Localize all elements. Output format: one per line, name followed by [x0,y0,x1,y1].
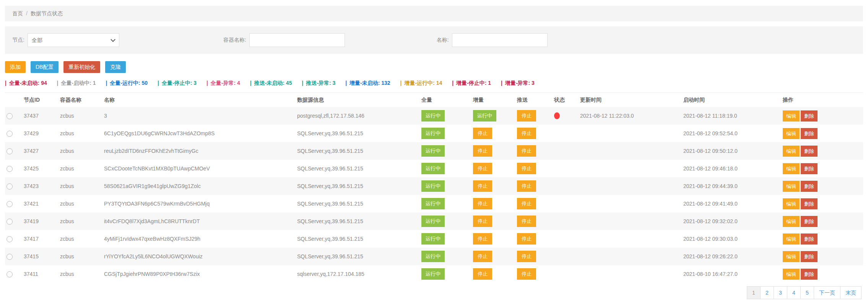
cell-node-id: 37419 [22,212,59,230]
row-radio[interactable] [7,254,13,260]
delete-button[interactable]: 删除 [801,269,818,280]
container-name-input[interactable] [249,33,345,47]
cell-name: 4yMiFj1rvIdwx47qxeBwHz8QXFmSJ29h [102,230,296,248]
edit-button[interactable]: 编辑 [783,146,800,157]
cell-status-dot [553,177,579,195]
status-summary: |全量-未启动: 94 |全量-启动中: 1 |全量-运行中: 50 |全量-停… [5,80,863,93]
cell-name: 3 [102,107,296,125]
row-radio[interactable] [7,219,13,225]
edit-button[interactable]: 编辑 [783,269,800,280]
row-radio[interactable] [7,271,13,277]
row-radio[interactable] [7,183,13,190]
edit-button[interactable]: 编辑 [783,110,800,122]
toolbar-button[interactable]: DB配置 [31,61,59,73]
cell-update-time [579,212,682,230]
delete-button[interactable]: 删除 [801,163,818,174]
edit-button[interactable]: 编辑 [783,233,800,245]
cell-datasource-info: SQLServer,yq,39.96.51.215 [296,195,420,212]
cell-actions: 编辑删除 [781,160,863,177]
push-status-badge: 停止 [517,216,536,227]
edit-button[interactable]: 编辑 [783,216,800,227]
increment-status-badge: 停止 [473,163,492,174]
delete-button[interactable]: 删除 [801,216,818,227]
cell-radio [5,212,22,230]
edit-button[interactable]: 编辑 [783,181,800,192]
row-radio[interactable] [7,166,13,172]
header-status: 状态 [553,93,579,107]
node-select-wrap: 全部 [28,33,119,47]
row-radio[interactable] [7,236,13,242]
pagination-item[interactable]: 3 [774,286,787,299]
cell-push-status: 停止 [515,177,553,195]
push-status-badge: 停止 [517,145,536,157]
toolbar: 添加 DB配置 重新初始化 克隆 [5,61,863,73]
row-radio[interactable] [7,131,13,137]
delete-button[interactable]: 删除 [801,146,818,157]
cell-container-name: zcbus [59,195,102,212]
delete-button[interactable]: 删除 [801,128,818,139]
cell-node-id: 37423 [22,177,59,195]
cell-name: PY3TQYtOA3FN6p6C579wKrmBvD5HGMjq [102,195,296,212]
cell-start-time: 2021-08-10 16:47:27.0 [682,265,781,283]
header-node-id: 节点ID [22,93,59,107]
pagination-item[interactable]: 4 [787,286,801,299]
table-row: 37425 zcbus SCxCDooteTcNBKvt1MXB0pTUAwpC… [5,160,863,177]
increment-status-badge: 停止 [473,128,492,139]
pagination-item[interactable]: 2 [760,286,774,299]
cell-increment-status: 停止 [471,125,515,142]
pagination-item[interactable]: 下一页 [814,286,840,299]
delete-button[interactable]: 删除 [801,251,818,262]
status-count-item: |全量-异常: 4 [206,80,240,86]
increment-status-badge: 停止 [473,145,492,157]
full-status-badge: 运行中 [421,110,445,122]
cell-node-id: 37437 [22,107,59,125]
cell-increment-status: 停止 [471,212,515,230]
cell-name: rYiYOYfcA2Ly5lL6NCO4olUGWQXWouiz [102,248,296,265]
delete-button[interactable]: 删除 [801,233,818,245]
toolbar-button[interactable]: 克隆 [105,61,126,73]
pagination-item[interactable]: 末页 [840,286,861,299]
pagination-item[interactable]: 1 [747,286,761,299]
row-radio[interactable] [7,201,13,207]
pagination-item[interactable]: 5 [800,286,814,299]
increment-status-badge: 停止 [473,216,492,227]
cell-container-name: zcbus [59,177,102,195]
cell-full-status: 运行中 [420,160,471,177]
status-count-item: |增量-未启动: 132 [345,80,390,86]
row-radio[interactable] [7,148,13,154]
increment-status-badge: 停止 [473,251,492,262]
status-count-label: 全量-停止中: [162,80,192,86]
status-count-item: |推送-异常: 3 [302,80,335,86]
row-radio[interactable] [7,113,13,119]
toolbar-button[interactable]: 重新初始化 [63,61,100,73]
header-name: 名称 [102,93,296,107]
status-count-value: 3 [532,80,535,86]
edit-button[interactable]: 编辑 [783,163,800,174]
cell-status-dot [553,142,579,160]
delete-button[interactable]: 删除 [801,110,818,122]
status-count-label: 全量-启动中: [61,80,91,86]
edit-button[interactable]: 编辑 [783,198,800,209]
cell-container-name: zcbus [59,248,102,265]
status-count-label: 增量-停止中: [456,80,486,86]
cell-full-status: 运行中 [420,195,471,212]
cell-node-id: 37425 [22,160,59,177]
cell-update-time [579,230,682,248]
cell-container-name: zcbus [59,212,102,230]
cell-node-id: 37427 [22,142,59,160]
status-count-label: 全量-运行中: [110,80,140,86]
name-input[interactable] [452,33,548,47]
breadcrumb-home[interactable]: 首页 [12,10,23,16]
status-count-item: |推送-未启动: 45 [250,80,292,86]
push-status-badge: 停止 [517,251,536,262]
status-count-value: 45 [286,80,292,86]
toolbar-button[interactable]: 添加 [5,61,26,73]
table-body: 37437 zcbus 3 postgresql,zfl,172.17.58.1… [5,107,863,283]
breadcrumb-separator: / [26,10,28,16]
node-select[interactable]: 全部 [28,33,119,47]
edit-button[interactable]: 编辑 [783,251,800,262]
push-status-badge: 停止 [517,268,536,280]
delete-button[interactable]: 删除 [801,198,818,209]
edit-button[interactable]: 编辑 [783,128,800,139]
delete-button[interactable]: 删除 [801,181,818,192]
